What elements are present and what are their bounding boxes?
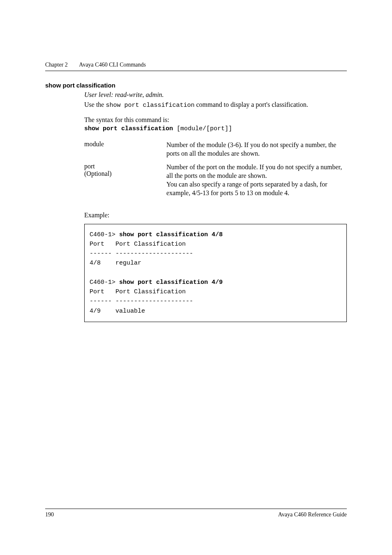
prompt: C460-1> [90,279,119,286]
intro-code: show port classification [106,102,194,109]
output: Port Port Classification ------ --------… [90,288,193,315]
param-name: port [84,163,95,170]
command: show port classification 4/9 [119,279,223,286]
prompt: C460-1> [90,231,119,238]
section-heading: show port classification [45,82,347,89]
footer-title: Avaya C460 Reference Guide [278,511,347,518]
syntax-label: The syntax for this command is: [84,115,347,124]
command: show port classification 4/8 [119,231,223,238]
syntax-line: show port classification [module/[port]] [84,125,347,132]
param-name-cell: port (Optional) [84,163,166,202]
param-optional: (Optional) [84,170,112,177]
parameter-table: module Number of the module (3-6). If yo… [84,140,347,203]
output: Port Port Classification ------ --------… [90,241,193,267]
param-desc-cell: Number of the port on the module. If you… [166,163,347,202]
page-footer: 190 Avaya C460 Reference Guide [45,509,347,518]
chapter-title: Avaya C460 CLI Commands [79,62,146,68]
param-desc: Number of the module (3-6). If you do no… [166,141,336,157]
param-desc-extra: You can also specify a range of ports se… [166,181,327,196]
table-row: module Number of the module (3-6). If yo… [84,140,347,163]
chapter-number: Chapter 2 [45,62,68,68]
example-label: Example: [84,212,347,219]
page-header: Chapter 2 Avaya C460 CLI Commands [45,62,347,71]
param-desc-cell: Number of the module (3-6). If you do no… [166,140,347,163]
param-name: module [84,140,104,147]
syntax-rest: [module/[port]] [173,125,232,132]
intro-prefix: Use the [84,101,106,108]
code-example-box: C460-1> show port classification 4/8 Por… [84,224,347,322]
param-desc: Number of the port on the module. If you… [166,164,342,179]
param-name-cell: module [84,140,166,163]
syntax-bold: show port classification [84,125,173,132]
intro-paragraph: Use the show port classification command… [84,100,347,110]
intro-suffix: command to display a port's classificati… [194,101,308,108]
page-number: 190 [45,511,54,518]
table-row: port (Optional) Number of the port on th… [84,163,347,202]
user-level: User level: read-write, admin. [84,91,347,99]
